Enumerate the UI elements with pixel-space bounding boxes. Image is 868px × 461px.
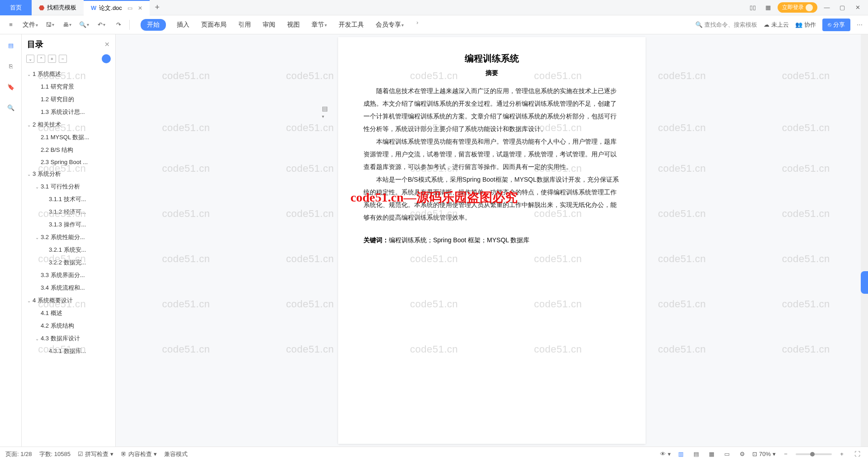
tab-start[interactable]: 开始 <box>141 19 166 31</box>
outline-item[interactable]: 4.1 概述 <box>24 307 113 320</box>
settings-icon[interactable]: ⚙ <box>737 449 748 460</box>
page-control[interactable]: ▤ ▾ <box>322 105 328 119</box>
maximize-icon[interactable]: ▢ <box>836 2 848 14</box>
tab-member[interactable]: 会员专享▾ <box>375 19 405 31</box>
collab-button[interactable]: 👥协作 <box>795 21 816 29</box>
content-check[interactable]: ⛨内容检查 ▾ <box>121 450 157 458</box>
tab-home[interactable]: 首页 <box>0 0 32 15</box>
chat-icon[interactable] <box>102 54 111 63</box>
tab-template-label: 找稻壳模板 <box>47 4 76 12</box>
cloud-status[interactable]: ☁未上云 <box>764 21 789 29</box>
spell-check[interactable]: ☑拼写检查 ▾ <box>78 450 113 458</box>
hamburger-icon[interactable]: ≡ <box>5 19 17 31</box>
zoom-out-icon[interactable]: − <box>780 449 791 460</box>
outline-item[interactable]: 2.1 MYSQL 数据... <box>24 131 113 144</box>
eye-icon[interactable]: 👁 ▾ <box>660 449 671 460</box>
window-close-icon[interactable]: ✕ <box>852 2 863 14</box>
outline-item[interactable]: 4.2 系统结构 <box>24 320 113 332</box>
minimize-icon[interactable]: — <box>821 2 833 14</box>
outline-item[interactable]: 3.1.1 技术可... <box>24 193 113 206</box>
bookmark-icon[interactable]: 🔖 <box>5 80 17 93</box>
page-indicator[interactable]: 页面: 1/28 <box>5 450 32 458</box>
shield-icon: ⛨ <box>121 451 127 457</box>
remove-icon[interactable]: − <box>59 55 67 63</box>
outline-list[interactable]: ⌄1 系统概述1.1 研究背景1.2 研究目的1.3 系统设计思...⌄2 相关… <box>22 67 115 447</box>
search-panel-icon[interactable]: 🔍 <box>5 101 17 114</box>
tab-insert[interactable]: 插入 <box>176 19 190 31</box>
layout-icon[interactable]: ▯▯ <box>747 2 759 14</box>
tab-devtools[interactable]: 开发工具 <box>338 19 365 31</box>
view-page-icon[interactable]: ▥ <box>675 449 686 460</box>
outline-item[interactable]: 2.3 Spring Boot ... <box>24 156 113 168</box>
print-icon[interactable]: 🖶▾ <box>61 19 73 31</box>
doc-paragraph: 随着信息技术在管理上越来越深入而广泛的应用，管理信息系统的实施在技术上已逐步成熟… <box>363 85 620 135</box>
outline-item[interactable]: 1.1 研究背景 <box>24 80 113 93</box>
tab-doc[interactable]: W 论文.doc ▭ ✕ <box>84 0 150 15</box>
outline-item[interactable]: ⌄3.1 可行性分析 <box>24 180 113 193</box>
zoom-control[interactable]: ⊡ 70% ▾ <box>752 451 776 457</box>
document-page: ▤ ▾ 编程训练系统 摘要 随着信息技术在管理上越来越深入而广泛的应用，管理信息… <box>338 37 646 444</box>
add-icon[interactable]: + <box>48 55 56 63</box>
window-controls: ▯▯ ▦ 立即登录 — ▢ ✕ <box>747 2 868 14</box>
main: ▤ ⎘ 🔖 🔍 目录 ✕ ⌄ ⌃ + − ⌄1 系统概述1.1 研究背景1.2 … <box>0 34 868 447</box>
login-label: 立即登录 <box>782 4 804 11</box>
tab-chapter[interactable]: 章节▾ <box>311 19 328 31</box>
side-rail: ▤ ⎘ 🔖 🔍 <box>0 34 22 447</box>
zoom-slider[interactable] <box>796 453 832 455</box>
outline-item[interactable]: 1.3 系统设计思... <box>24 106 113 118</box>
tab-view[interactable]: 视图 <box>286 19 301 31</box>
tab-layout[interactable]: 页面布局 <box>200 19 227 31</box>
save-icon[interactable]: 🖫▾ <box>43 19 56 31</box>
outline-item[interactable]: 3.1.2 经济可... <box>24 206 113 218</box>
tab-review[interactable]: 审阅 <box>262 19 276 31</box>
split-icon[interactable]: ▭ <box>127 5 132 11</box>
outline-item[interactable]: 2.2 B/S 结构 <box>24 144 113 156</box>
outline-item[interactable]: 4.3.1 数据库... <box>24 345 113 358</box>
view-outline-icon[interactable]: ▤ <box>691 449 702 460</box>
outline-item[interactable]: ⌄4.3 数据库设计 <box>24 332 113 345</box>
undo-icon[interactable]: ↶▾ <box>95 19 108 31</box>
titlebar: 首页 ⬣ 找稻壳模板 W 论文.doc ▭ ✕ + ▯▯ ▦ 立即登录 — ▢ … <box>0 0 868 15</box>
word-count[interactable]: 字数: 10585 <box>39 450 71 458</box>
word-icon: W <box>91 5 96 11</box>
panel-close-icon[interactable]: ✕ <box>104 41 110 48</box>
tab-reference[interactable]: 引用 <box>237 19 252 31</box>
close-icon[interactable]: ✕ <box>138 5 142 11</box>
clipboard-icon[interactable]: ⎘ <box>5 60 17 72</box>
expand-all-icon[interactable]: ⌃ <box>37 55 45 63</box>
view-read-icon[interactable]: ▭ <box>722 449 732 460</box>
search-input[interactable]: 🔍 查找命令、搜索模板 <box>695 21 757 29</box>
outline-item[interactable]: 3.1.3 操作可... <box>24 218 113 231</box>
outline-item[interactable]: 3.4 系统流程和... <box>24 282 113 294</box>
outline-item[interactable]: 3.2.1 系统安... <box>24 244 113 256</box>
compat-mode[interactable]: 兼容模式 <box>164 450 188 458</box>
outline-item[interactable]: ⌄3.2 系统性能分... <box>24 231 113 244</box>
outline-item[interactable]: 1.2 研究目的 <box>24 93 113 106</box>
file-menu[interactable]: 文件▾ <box>22 19 39 31</box>
new-tab-button[interactable]: + <box>150 3 165 12</box>
view-web-icon[interactable]: ▦ <box>706 449 717 460</box>
zoom-in-icon[interactable]: + <box>836 449 847 460</box>
tab-template[interactable]: ⬣ 找稻壳模板 <box>32 0 84 15</box>
ribbon-more-right[interactable]: › <box>415 19 420 31</box>
tab-doc-label: 论文.doc <box>99 4 122 12</box>
outline-item[interactable]: 3.2.2 数据完... <box>24 256 113 269</box>
side-expand-button[interactable] <box>861 271 868 294</box>
outline-item[interactable]: 3.3 系统界面分... <box>24 269 113 282</box>
outline-tools: ⌄ ⌃ + − <box>22 52 115 67</box>
collapse-all-icon[interactable]: ⌄ <box>26 55 34 63</box>
login-button[interactable]: 立即登录 <box>778 2 817 13</box>
preview-icon[interactable]: 🔍▾ <box>78 19 90 31</box>
redo-icon[interactable]: ↷ <box>112 19 125 31</box>
more-button[interactable]: ⋯ <box>857 21 863 28</box>
scrollbar[interactable] <box>861 34 868 447</box>
outline-item[interactable]: ⌄1 系统概述 <box>24 68 113 80</box>
document-area[interactable]: ▤ ▾ 编程训练系统 摘要 随着信息技术在管理上越来越深入而广泛的应用，管理信息… <box>116 34 868 447</box>
share-button[interactable]: ⎋分享 <box>822 19 850 31</box>
outline-item[interactable]: ⌄2 相关技术 <box>24 118 113 131</box>
apps-icon[interactable]: ▦ <box>762 2 774 14</box>
outline-item[interactable]: ⌄4 系统概要设计 <box>24 294 113 307</box>
outline-icon[interactable]: ▤ <box>5 39 17 52</box>
fullscreen-icon[interactable]: ⛶ <box>852 449 863 460</box>
outline-item[interactable]: ⌄3 系统分析 <box>24 168 113 180</box>
